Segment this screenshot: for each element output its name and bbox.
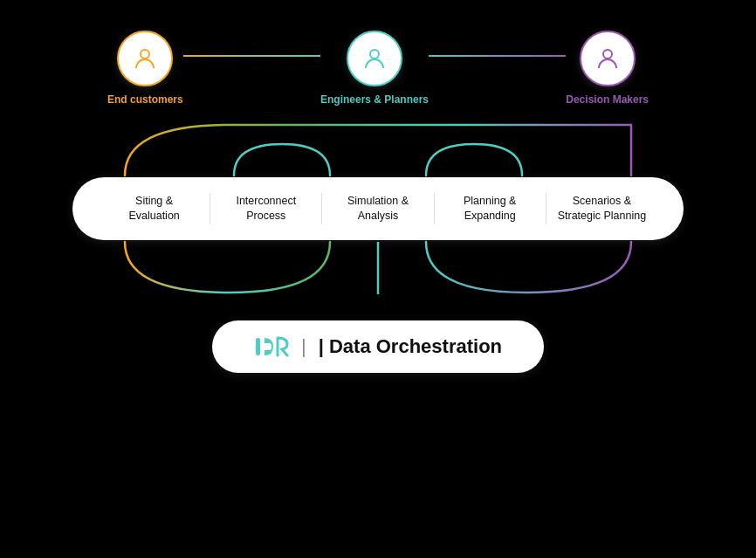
top-arches-svg (72, 116, 684, 177)
logo-pill: | | Data Orchestration (212, 320, 544, 373)
persona-label-engineers: Engineers & Planners (320, 93, 429, 106)
persona-label-end-customers: End customers (107, 93, 183, 106)
person-icon-decision-makers (594, 45, 622, 72)
connector-right (429, 55, 566, 57)
persona-engineers: Engineers & Planners (320, 31, 429, 106)
bottom-arches (72, 240, 684, 310)
persona-label-decision-makers: Decision Makers (566, 93, 649, 106)
personas-row: End customers Engineers & Planners (107, 31, 649, 106)
pill-item-siting: Siting &Evaluation (99, 194, 210, 223)
igr-svg-logo (254, 334, 289, 359)
svg-point-2 (603, 50, 612, 59)
pill-item-planning: Planning &Expanding (435, 194, 546, 223)
persona-circle-engineers (347, 31, 402, 86)
svg-point-0 (141, 50, 149, 59)
connector-left (183, 55, 320, 57)
persona-end-customers: End customers (107, 31, 183, 106)
top-arches (72, 116, 684, 177)
persona-decision-makers: Decision Makers (566, 31, 649, 106)
pill-label-interconnect: InterconnectProcess (236, 194, 296, 223)
svg-rect-4 (256, 338, 260, 355)
pill-item-scenarios: Scenarios &Strategic Planning (546, 194, 657, 223)
persona-circle-decision-makers (580, 31, 636, 86)
pill-item-simulation: Simulation &Analysis (322, 194, 433, 223)
bottom-arches-svg (72, 240, 684, 310)
person-icon-engineers (361, 45, 388, 72)
pill-label-simulation: Simulation &Analysis (347, 194, 409, 223)
pill-label-planning: Planning &Expanding (464, 194, 516, 223)
logo-separator: | (301, 335, 306, 358)
pill-label-siting: Siting &Evaluation (128, 194, 179, 223)
svg-point-1 (370, 50, 379, 59)
logo-text: | Data Orchestration (319, 335, 502, 358)
persona-circle-end-customers (117, 31, 173, 86)
pill-item-interconnect: InterconnectProcess (210, 194, 321, 223)
diagram: End customers Engineers & Planners (20, 22, 736, 537)
igr-logo-icon (254, 334, 289, 359)
center-pill: Siting &Evaluation InterconnectProcess S… (72, 177, 684, 240)
person-icon-end-customers (131, 45, 159, 72)
pill-label-scenarios: Scenarios &Strategic Planning (558, 194, 646, 223)
